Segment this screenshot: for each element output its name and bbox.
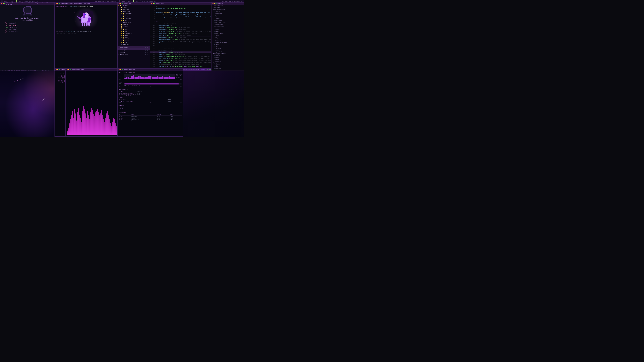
sb-outputs[interactable]: ▸ outputs (212, 7, 244, 8)
sb-grubdevice[interactable]: · grubDevice (212, 23, 244, 25)
code-max[interactable] (154, 3, 155, 4)
sb-pkgs-section[interactable]: ▼ pkgs (212, 62, 244, 64)
sb-np-name[interactable]: · name (212, 56, 244, 58)
close-button[interactable] (1, 3, 2, 4)
nf-controls[interactable] (56, 69, 60, 70)
tree-item-patches[interactable]: ▶ 📁 patches (118, 8, 150, 10)
sb-systemsettings[interactable]: ▼ systemSettings (212, 8, 244, 10)
tree-close[interactable] (118, 3, 120, 4)
sysmon-max[interactable] (122, 69, 122, 70)
tree-item-wm[interactable]: ▶ 📁 wm (118, 42, 150, 43)
term1-controls[interactable] (56, 3, 60, 4)
tree-item-shell[interactable]: ▶ 📁 shell (118, 38, 150, 40)
sb-nixpkgspatched[interactable]: ▼ nixpkgs-patched (212, 53, 244, 55)
eq-controls[interactable] (66, 69, 70, 70)
sb-editor[interactable]: · editor (212, 49, 244, 51)
file-flakenix[interactable]: · flake.nix 2.26 K (118, 48, 150, 50)
nf-min[interactable] (57, 69, 58, 70)
file-readmeroot[interactable]: · README.org 20.4 K (118, 54, 150, 55)
sb-username[interactable]: · username (212, 27, 244, 29)
tree-item-de[interactable]: ▶ 📁 de (118, 31, 150, 32)
file-flakelock[interactable]: · flake.lock 27.5 K (118, 46, 150, 48)
term1-max[interactable] (59, 3, 60, 4)
qute-new-tab[interactable]: [t] [New tab] (5, 29, 50, 31)
sb-usersettings[interactable]: ▼ userSettings (212, 25, 244, 27)
sb-bootmountpath[interactable]: · bootMountPath (212, 21, 244, 23)
tree-item-readme-root[interactable]: · README.org (118, 43, 150, 45)
eq-max[interactable] (70, 69, 70, 70)
sb-term[interactable]: · term (212, 43, 244, 45)
sb-hostname[interactable]: · hostname (212, 12, 244, 14)
sb-email[interactable]: · email (212, 31, 244, 32)
eq-min[interactable] (68, 69, 69, 70)
tree-item-app[interactable]: ▶ 📁 app (118, 29, 150, 31)
sb-wmtype[interactable]: · wmType (212, 38, 244, 40)
sb-font[interactable]: · font (212, 45, 244, 47)
tree-controls[interactable] (118, 3, 122, 4)
qute-search[interactable]: [o] [Search] (5, 22, 50, 24)
sb-pk-patches[interactable]: · patches (212, 67, 244, 69)
tree-item-profiles[interactable]: ▼ 📁 profiles (118, 10, 150, 12)
sb-timezone[interactable]: · timezone (212, 16, 244, 18)
tree-item-hardware[interactable]: ▶ 📁 hardware (118, 32, 150, 34)
sidebar-max[interactable] (216, 3, 216, 4)
qute-close-tab[interactable]: [x] [Close tab] (5, 31, 50, 33)
sb-browser[interactable]: · browser (212, 40, 244, 42)
tree-item-worklab[interactable]: ▶ 📁 worklab (118, 18, 150, 19)
sb-description[interactable]: ▸ description (212, 5, 244, 7)
code-close[interactable] (151, 3, 152, 4)
sb-spawneditor[interactable]: · spawnEditor (212, 51, 244, 53)
sb-defaultroamdir[interactable]: · defaultRoamDir (212, 42, 244, 43)
sb-dotfilesdir[interactable]: · dotfilesDir (212, 32, 244, 34)
sb-wm[interactable]: · wm (212, 36, 244, 38)
minimize-button[interactable] (3, 3, 4, 4)
sysmon-min[interactable] (120, 69, 121, 70)
tree-item-pkgs[interactable]: ▶ 📁 pkgs (118, 36, 150, 38)
sb-pk-system[interactable]: · system (212, 64, 244, 66)
sb-profile[interactable]: · profile (212, 14, 244, 16)
nf-close[interactable] (56, 69, 57, 70)
tb-workspace-tech-r[interactable]: Tech (122, 0, 124, 2)
nf-max[interactable] (59, 69, 60, 70)
sb-np-system[interactable]: · system (212, 55, 244, 56)
term1-min[interactable] (57, 3, 58, 4)
tree-min[interactable] (120, 3, 121, 4)
sb-pk-src[interactable]: · src (212, 66, 244, 67)
tree-item-homelab[interactable]: ▶ 📁 home.lab (118, 12, 150, 14)
file-license[interactable]: · LICENSE 34.2 K (118, 52, 150, 54)
sysmon-close[interactable] (118, 69, 120, 70)
tree-item-themes[interactable]: ▶ 📁 themes (118, 25, 150, 27)
tree-item-user[interactable]: ▼ 📁 user (118, 27, 150, 29)
tree-item-system[interactable]: ▶ 📁 system (118, 23, 150, 25)
tree-item-lang[interactable]: ▶ 📁 lang (118, 34, 150, 36)
code-controls[interactable] (151, 3, 155, 4)
tree-item-personal[interactable]: ▶ 📁 personal (118, 14, 150, 16)
window-controls[interactable] (1, 3, 5, 4)
tree-item-style[interactable]: ▶ 📁 style (118, 40, 150, 42)
sb-system[interactable]: · system (212, 10, 244, 12)
sb-name[interactable]: · name (212, 29, 244, 31)
maximize-button[interactable] (4, 3, 5, 4)
tree-item-work[interactable]: ▶ 📁 work (118, 16, 150, 18)
sb-bootmode[interactable]: · bootMode (212, 19, 244, 21)
code-min[interactable] (153, 3, 154, 4)
term1-close[interactable] (56, 3, 57, 4)
sysmon-controls[interactable] (118, 69, 122, 70)
tree-item-git[interactable]: ▶ 📁 .git (118, 7, 150, 8)
file-installorg[interactable]: · install.org 10.6 K (118, 50, 150, 52)
tree-max[interactable] (122, 3, 122, 4)
sidebar-close[interactable] (212, 3, 214, 4)
qute-quickmarks[interactable]: [b] [Quickmarks] (5, 25, 50, 26)
qute-history[interactable]: [$h] [History] (5, 27, 50, 28)
tb-workspace-tech[interactable]: Tech (4, 0, 7, 2)
sb-theme[interactable]: · theme (212, 34, 244, 36)
sb-np-pkgs[interactable]: · pkgs (212, 58, 244, 60)
sidebar-min[interactable] (214, 3, 215, 4)
eq-close[interactable] (66, 69, 68, 70)
sb-np-patches[interactable]: · patches (212, 60, 244, 62)
sidebar-controls[interactable] (212, 3, 216, 4)
tree-root[interactable]: ▼ 📁 .dotfiles (118, 5, 150, 7)
tree-item-readme[interactable]: · README.org (118, 21, 150, 23)
sb-locale[interactable]: · locale (212, 18, 244, 19)
tree-item-wsl[interactable]: ▶ 📁 wsl (118, 19, 150, 21)
